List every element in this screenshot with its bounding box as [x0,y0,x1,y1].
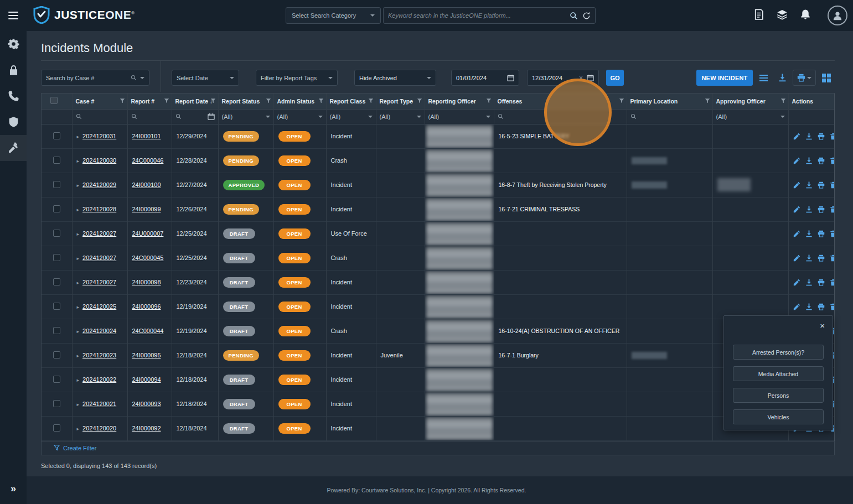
popup-button[interactable]: Persons [733,388,824,403]
column-header-admin_status[interactable]: Admin Status [273,93,326,109]
column-filter-admin_status[interactable]: (All) [273,109,326,124]
row-checkbox[interactable] [53,132,60,139]
expand-row-icon[interactable]: ▸ [77,329,80,334]
delete-button[interactable] [830,279,835,286]
column-header-report_status[interactable]: Report Status [218,93,273,109]
column-header-case_number[interactable]: Case # [72,93,127,109]
expand-row-icon[interactable]: ▸ [77,183,80,188]
user-avatar-icon[interactable] [828,6,847,25]
column-filter-icon[interactable] [705,98,711,104]
expand-row-icon[interactable]: ▸ [77,304,80,310]
expand-row-icon[interactable]: ▸ [77,256,80,261]
date-to-input[interactable]: 12/31/2024 × [527,70,599,86]
table-row[interactable]: ▸202412002124I00009312/18/2024DRAFTOPENI… [42,392,834,416]
download-button[interactable] [805,230,813,237]
select-date-dropdown[interactable]: Select Date [172,70,239,86]
table-row[interactable]: ▸202412003024C00004612/28/2024PENDINGOPE… [42,148,834,173]
expand-row-icon[interactable]: ▸ [77,134,80,139]
row-checkbox[interactable] [53,303,60,310]
table-row[interactable]: ▸202412002424C00004412/19/2024DRAFTOPENC… [42,319,834,343]
case-number-link[interactable]: 2024120024 [82,328,116,334]
column-header-offenses[interactable]: Offenses [494,93,627,109]
column-filter-approving_officer[interactable]: (All) [712,109,788,124]
report-number-link[interactable]: 24I000098 [132,279,161,285]
list-view-button[interactable] [755,70,772,86]
column-filter-icon[interactable] [368,98,374,104]
new-incident-button[interactable]: NEW INCIDENT [696,70,753,86]
edit-button[interactable] [793,279,800,286]
column-filter-icon[interactable] [417,98,423,104]
download-button[interactable] [805,254,813,262]
column-header-report_class[interactable]: Report Class [326,93,376,109]
print-button[interactable] [818,279,825,286]
report-number-link[interactable]: 24I000092 [132,425,161,432]
report-number-link[interactable]: 24C000044 [132,328,164,334]
case-number-link[interactable]: 2024120028 [82,206,116,212]
case-number-link[interactable]: 2024120027 [82,230,116,237]
expand-row-icon[interactable]: ▸ [77,426,80,432]
sidebar-item-security[interactable] [0,57,27,83]
download-button[interactable] [805,279,813,286]
column-filter-icon[interactable] [266,98,272,104]
column-filter-icon[interactable] [120,98,126,104]
delete-button[interactable] [830,133,835,140]
sidebar-expand-button[interactable]: » [0,476,27,502]
column-header-approving_officer[interactable]: Approving Officer [712,93,788,109]
print-button[interactable] [818,230,825,237]
report-number-link[interactable]: 24I000093 [132,401,161,407]
column-filter-report_number[interactable] [127,109,172,124]
create-filter-button[interactable]: Create Filter [41,441,835,455]
keyword-search-input[interactable] [388,12,570,19]
download-button[interactable] [805,303,813,310]
column-filter-report_class[interactable]: (All) [326,109,376,124]
column-header-report_type[interactable]: Report Type [376,93,425,109]
case-number-link[interactable]: 2024120022 [82,376,116,383]
sidebar-item-dispatch[interactable] [0,83,27,109]
edit-button[interactable] [793,230,800,237]
delete-button[interactable] [830,303,835,310]
edit-button[interactable] [793,254,800,262]
table-row[interactable]: ▸202412002924I00010012/27/2024APPROVEDOP… [42,173,834,197]
select-all-checkbox[interactable] [50,97,58,104]
column-filter-case_number[interactable] [72,109,127,124]
delete-button[interactable] [830,157,835,164]
export-download-button[interactable] [774,70,790,86]
report-number-link[interactable]: 24C000045 [132,254,164,261]
expand-row-icon[interactable]: ▸ [77,158,80,164]
table-row[interactable]: ▸202412002224I00009412/18/2024DRAFTOPENI… [42,367,834,392]
print-button[interactable] [818,157,825,164]
print-button[interactable] [818,254,825,262]
report-number-link[interactable]: 24I000099 [132,206,161,212]
report-number-link[interactable]: 24I000100 [132,181,161,188]
delete-button[interactable] [830,230,835,237]
column-filter-offenses[interactable] [494,109,627,124]
popup-button[interactable]: Arrested Person(s)? [733,345,824,360]
print-button[interactable] [818,181,825,189]
row-checkbox[interactable] [53,327,60,334]
download-button[interactable] [805,157,813,164]
case-number-link[interactable]: 2024120029 [82,181,116,188]
expand-row-icon[interactable]: ▸ [77,377,80,383]
report-number-link[interactable]: 24I000101 [132,133,161,139]
row-checkbox[interactable] [53,254,60,261]
column-filter-report_status[interactable]: (All) [218,109,273,124]
case-number-link[interactable]: 2024120027 [82,254,116,261]
column-filter-icon[interactable] [780,98,787,104]
report-number-link[interactable]: 24I000096 [132,303,161,310]
app-logo[interactable]: JUSTICEONE® [33,6,135,24]
expand-row-icon[interactable]: ▸ [77,231,80,237]
popup-button[interactable]: Vehicles [733,409,824,424]
column-filter-icon[interactable] [619,98,625,104]
row-checkbox[interactable] [53,351,60,358]
calendar-icon[interactable] [587,74,594,81]
row-checkbox[interactable] [53,400,60,407]
row-checkbox[interactable] [53,424,60,432]
row-checkbox[interactable] [53,230,60,237]
edit-button[interactable] [793,181,800,189]
row-checkbox[interactable] [53,157,60,164]
column-filter-icon[interactable] [164,98,170,104]
delete-button[interactable] [830,181,835,189]
row-checkbox[interactable] [53,181,60,188]
case-number-link[interactable]: 2024120027 [82,279,116,285]
report-number-link[interactable]: 24C000046 [132,157,164,164]
